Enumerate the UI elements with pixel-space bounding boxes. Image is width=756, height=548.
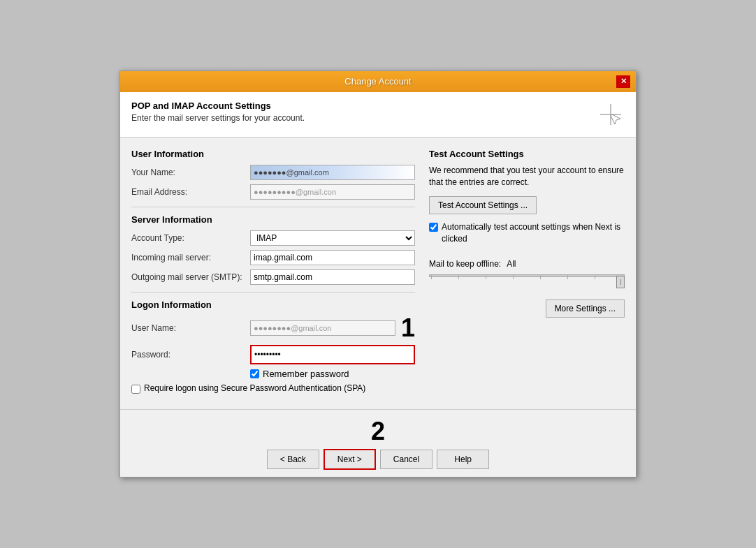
cursor-icon [597, 101, 625, 128]
test-settings-title: Test Account Settings [429, 149, 625, 159]
header-title: POP and IMAP Account Settings [131, 101, 305, 111]
password-wrapper [250, 345, 415, 364]
auto-test-checkbox[interactable] [429, 223, 438, 232]
auto-test-label: Automatically test account settings when… [442, 221, 625, 245]
spa-label: Require logon using Secure Password Auth… [144, 383, 365, 394]
test-settings-desc: We recommend that you test your account … [429, 165, 625, 188]
remember-password-row: Remember password [250, 369, 415, 379]
outgoing-server-input[interactable] [250, 269, 415, 285]
spa-checkbox[interactable] [131, 385, 140, 394]
svg-marker-2 [611, 114, 620, 124]
password-row: Password: [131, 345, 415, 364]
username-input[interactable] [250, 320, 395, 336]
dialog-title: Change Account [140, 76, 616, 87]
next-button[interactable]: Next > [324, 449, 376, 470]
more-settings-button[interactable]: More Settings ... [546, 299, 625, 318]
your-name-input[interactable] [250, 165, 415, 180]
email-address-row: Email Address: [131, 184, 415, 200]
outgoing-server-row: Outgoing mail server (SMTP): [131, 269, 415, 285]
header-text: POP and IMAP Account Settings Enter the … [131, 101, 305, 123]
incoming-server-row: Incoming mail server: [131, 250, 415, 265]
email-address-input[interactable] [250, 184, 415, 200]
auto-test-row: Automatically test account settings when… [429, 221, 625, 245]
incoming-server-input[interactable] [250, 250, 415, 265]
user-info-title: User Information [131, 149, 415, 159]
logon-title: Logon Information [131, 299, 415, 310]
cancel-button[interactable]: Cancel [380, 450, 432, 469]
right-panel: Test Account Settings We recommend that … [429, 149, 625, 399]
remember-password-checkbox[interactable] [250, 369, 259, 378]
slider-container [429, 274, 625, 288]
your-name-row: Your Name: [131, 165, 415, 180]
help-button[interactable]: Help [437, 450, 489, 469]
account-type-row: Account Type: IMAP POP3 [131, 230, 415, 246]
header-section: POP and IMAP Account Settings Enter the … [120, 92, 636, 138]
password-input[interactable] [250, 345, 415, 364]
incoming-server-label: Incoming mail server: [131, 253, 250, 262]
outgoing-server-label: Outgoing mail server (SMTP): [131, 272, 250, 282]
test-account-button[interactable]: Test Account Settings ... [429, 196, 537, 214]
email-address-label: Email Address: [131, 187, 250, 197]
remember-password-label: Remember password [263, 369, 349, 379]
mail-offline-value: All [507, 259, 516, 269]
back-button[interactable]: < Back [267, 450, 319, 469]
your-name-label: Your Name: [131, 168, 250, 177]
username-row: User Name: 1 [131, 316, 415, 341]
mail-offline-label: Mail to keep offline: [429, 259, 501, 269]
account-type-select[interactable]: IMAP POP3 [250, 230, 415, 246]
server-info-title: Server Information [131, 214, 415, 225]
change-account-dialog: Change Account ✕ POP and IMAP Account Se… [119, 71, 637, 478]
account-type-label: Account Type: [131, 233, 250, 243]
username-label: User Name: [131, 323, 250, 333]
main-content: User Information Your Name: Email Addres… [120, 138, 636, 410]
footer-area: 2 < Back Next > Cancel Help [120, 409, 636, 477]
title-bar: Change Account ✕ [120, 71, 636, 92]
spa-row: Require logon using Secure Password Auth… [131, 383, 415, 394]
password-label: Password: [131, 350, 250, 360]
step1-label: 1 [401, 316, 415, 341]
footer-buttons: < Back Next > Cancel Help [131, 449, 625, 470]
left-panel: User Information Your Name: Email Addres… [131, 149, 415, 399]
step2-label: 2 [131, 417, 625, 446]
mail-offline-row: Mail to keep offline: All [429, 259, 625, 269]
header-subtitle: Enter the mail server settings for your … [131, 113, 305, 123]
close-button[interactable]: ✕ [616, 75, 630, 88]
